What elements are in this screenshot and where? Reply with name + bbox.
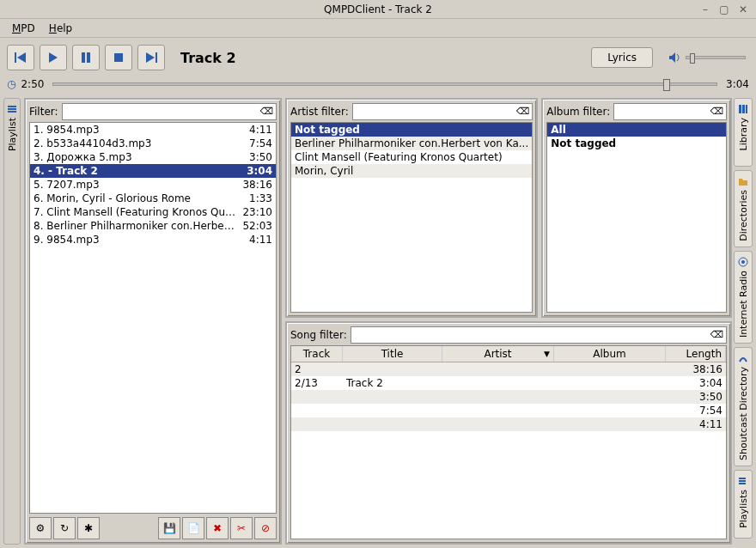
- album-filter-input[interactable]: ⌫: [613, 103, 727, 120]
- window-title: QMPDClient - Track 2: [0, 3, 756, 15]
- artist-row[interactable]: Morin, Cyril: [291, 164, 532, 178]
- crop-button[interactable]: ✂: [230, 517, 253, 539]
- playlist-row[interactable]: 7. Clint Mansell (Featuring Kronos Quart…: [30, 205, 276, 219]
- artist-header[interactable]: Not tagged: [291, 123, 532, 137]
- remove-button[interactable]: ✖: [206, 517, 229, 539]
- settings-button[interactable]: ✱: [77, 517, 100, 539]
- maximize-icon[interactable]: ▢: [718, 3, 730, 15]
- song-table-header[interactable]: Track Title Artist▼ Album Length: [291, 346, 726, 362]
- save-button[interactable]: 💾: [158, 517, 180, 539]
- stop-button[interactable]: [105, 45, 132, 70]
- artist-filter-input[interactable]: ⌫: [352, 103, 533, 120]
- clear-button[interactable]: ⊘: [254, 517, 277, 539]
- song-row[interactable]: 3:50: [291, 390, 726, 404]
- menu-help[interactable]: Help: [44, 21, 77, 36]
- song-filter-input[interactable]: ⌫: [351, 326, 727, 344]
- album-list[interactable]: AllNot tagged: [546, 122, 727, 313]
- pause-button[interactable]: [72, 45, 100, 70]
- tab-directories[interactable]: Directories: [734, 170, 753, 247]
- playlist-row[interactable]: 6. Morin, Cyril - Glorious Rome1:33: [30, 192, 276, 205]
- time-elapsed: 2:50: [21, 78, 44, 90]
- album-filter-label: Album filter:: [546, 106, 610, 118]
- playlist-row[interactable]: 4. - Track 23:04: [30, 164, 276, 178]
- svg-marker-6: [146, 52, 155, 63]
- artist-list[interactable]: Not taggedBerliner Philharmoniker con.He…: [290, 122, 533, 313]
- song-row[interactable]: 2/13Track 23:04: [291, 376, 726, 390]
- window-titlebar: QMPDClient - Track 2 – ▢ ✕: [0, 0, 756, 19]
- svg-rect-0: [15, 52, 16, 63]
- svg-rect-10: [8, 108, 16, 110]
- lyrics-button[interactable]: Lyrics: [591, 47, 653, 68]
- shoutcast-icon: [738, 353, 748, 363]
- col-title[interactable]: Title: [343, 346, 442, 362]
- playlist-list[interactable]: 1. 9854.mp34:112. b533a44104d3.mp37:543.…: [29, 122, 277, 514]
- tab-internet-radio[interactable]: Internet Radio: [734, 251, 753, 344]
- svg-rect-17: [739, 478, 746, 479]
- playlist-row[interactable]: 9. 9854.mp34:11: [30, 233, 276, 247]
- playlist-filter-label: Filter:: [29, 106, 58, 118]
- song-filter-label: Song filter:: [290, 329, 347, 341]
- clear-icon[interactable]: ⌫: [710, 329, 723, 340]
- playlist-tab-label: Playlist: [7, 118, 18, 151]
- col-length[interactable]: Length: [666, 346, 726, 362]
- seek-slider[interactable]: [52, 82, 717, 86]
- song-table[interactable]: Track Title Artist▼ Album Length 238:162…: [290, 345, 727, 539]
- svg-rect-4: [87, 52, 90, 63]
- refresh-button[interactable]: ↻: [53, 517, 76, 539]
- toolbar: Track 2 Lyrics: [0, 38, 756, 77]
- playlist-row[interactable]: 2. b533a44104d3.mp37:54: [30, 137, 276, 150]
- now-playing-label: Track 2: [180, 50, 236, 66]
- info-button[interactable]: 📄: [182, 517, 204, 539]
- artist-filter-label: Artist filter:: [290, 106, 349, 118]
- clear-icon[interactable]: ⌫: [259, 106, 273, 117]
- library-icon: [738, 104, 748, 114]
- col-album[interactable]: Album: [554, 346, 666, 362]
- playlist-tab-icon: [7, 104, 17, 114]
- svg-rect-12: [739, 105, 741, 113]
- album-row[interactable]: Not tagged: [547, 137, 726, 150]
- artist-row[interactable]: Clint Mansell (Featuring Kronos Quartet): [291, 150, 532, 164]
- clear-icon[interactable]: ⌫: [710, 106, 723, 117]
- svg-rect-3: [82, 52, 85, 63]
- artist-row[interactable]: Berliner Philharmoniker con.Herbert von …: [291, 137, 532, 150]
- tab-playlists[interactable]: Playlists: [734, 470, 753, 539]
- col-track[interactable]: Track: [291, 346, 343, 362]
- album-panel: Album filter: ⌫ AllNot tagged: [541, 98, 732, 318]
- playlists-icon: [738, 476, 748, 486]
- song-row[interactable]: 238:16: [291, 362, 726, 376]
- volume-slider[interactable]: [686, 56, 746, 59]
- song-row[interactable]: 4:11: [291, 417, 726, 431]
- seek-bar-row: ◷ 2:50 3:04: [0, 77, 756, 94]
- menubar: MPD Help: [0, 19, 756, 38]
- album-header[interactable]: All: [547, 123, 726, 137]
- close-icon[interactable]: ✕: [737, 3, 749, 15]
- playlist-panel: Filter: ⌫ 1. 9854.mp34:112. b533a44104d3…: [24, 98, 282, 545]
- svg-rect-7: [155, 52, 157, 63]
- playlist-tab[interactable]: Playlist: [3, 98, 21, 545]
- svg-rect-13: [742, 105, 745, 113]
- playlist-row[interactable]: 1. 9854.mp34:11: [30, 123, 276, 137]
- menu-mpd[interactable]: MPD: [7, 21, 40, 36]
- side-tabs: Library Directories Internet Radio Shout…: [734, 98, 753, 545]
- clear-icon[interactable]: ⌫: [516, 106, 530, 117]
- playlist-row[interactable]: 8. Berliner Philharmoniker con.Herbert v…: [30, 219, 276, 233]
- playlist-filter-input[interactable]: ⌫: [62, 103, 277, 120]
- volume-control[interactable]: [668, 52, 746, 64]
- next-button[interactable]: [137, 45, 165, 70]
- svg-rect-9: [8, 106, 16, 107]
- tab-library[interactable]: Library: [734, 98, 753, 167]
- play-button[interactable]: [40, 45, 67, 70]
- tab-shoutcast[interactable]: Shoutcast Directory: [734, 347, 753, 466]
- server-button[interactable]: ⚙: [29, 517, 52, 539]
- playlist-row[interactable]: 3. Дорожка 5.mp33:50: [30, 150, 276, 164]
- playlist-toolbar: ⚙ ↻ ✱ 💾 📄 ✖ ✂ ⊘: [29, 517, 277, 539]
- prev-button[interactable]: [7, 45, 34, 70]
- playlist-row[interactable]: 5. 7207.mp338:16: [30, 178, 276, 192]
- svg-rect-19: [739, 483, 746, 484]
- svg-marker-2: [49, 52, 58, 63]
- minimize-icon[interactable]: –: [699, 3, 711, 15]
- svg-rect-11: [8, 111, 16, 113]
- col-artist[interactable]: Artist▼: [442, 346, 554, 362]
- clock-icon: ◷: [7, 78, 15, 90]
- song-row[interactable]: 7:54: [291, 404, 726, 417]
